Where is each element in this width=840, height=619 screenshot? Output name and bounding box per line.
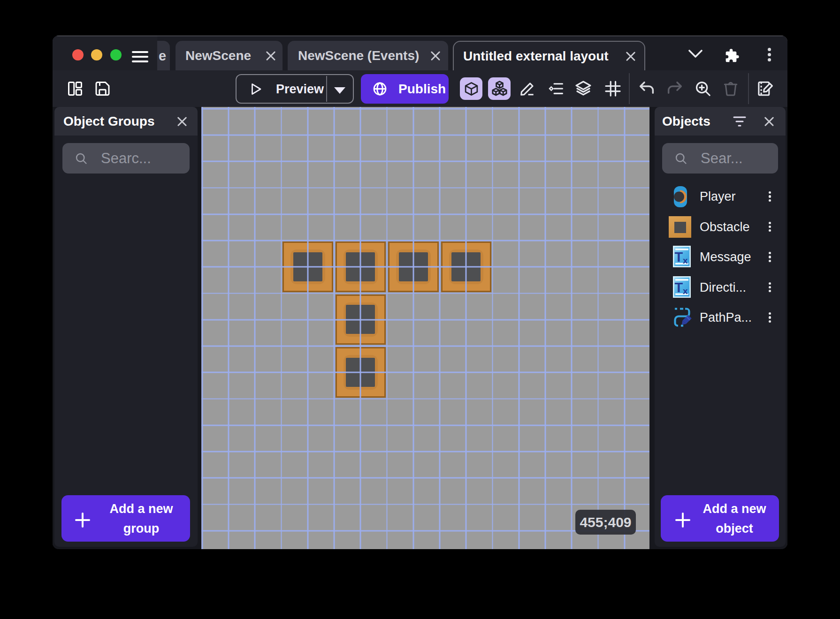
svg-text:T: T [675, 249, 683, 264]
svg-text:T: T [675, 279, 683, 294]
svg-text:x: x [683, 256, 688, 265]
svg-text:x: x [683, 286, 688, 295]
